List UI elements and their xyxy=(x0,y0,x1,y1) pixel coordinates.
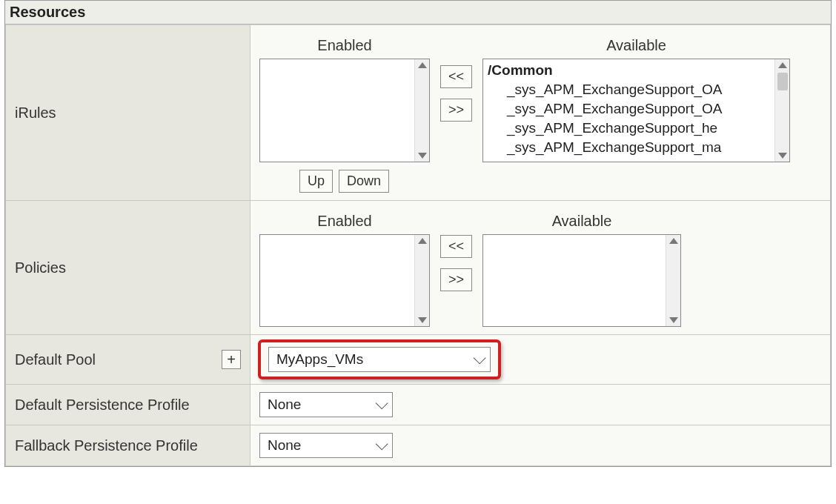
fallback-persistence-label-cell: Fallback Persistence Profile xyxy=(6,425,251,466)
scroll-down-icon[interactable] xyxy=(669,317,678,323)
irules-value-cell: Enabled << >> xyxy=(251,25,831,201)
policies-enabled-inner xyxy=(260,235,414,326)
irules-available-header: Available xyxy=(606,37,666,54)
default-persistence-value-cell: None xyxy=(251,385,831,425)
policies-available-header: Available xyxy=(552,213,612,230)
scroll-down-icon[interactable] xyxy=(418,153,427,159)
irules-available-inner: /Common _sys_APM_ExchangeSupport_OA _sys… xyxy=(483,59,774,162)
default-pool-label-cell: Default Pool + xyxy=(6,335,251,385)
policies-move-left-button[interactable]: << xyxy=(440,235,472,258)
policies-available-column: Available xyxy=(482,213,681,327)
policies-value-cell: Enabled << >> xyxy=(251,201,831,335)
irules-label-cell: iRules xyxy=(6,25,251,201)
default-pool-highlight: MyApps_VMs xyxy=(258,339,501,379)
scroll-up-icon[interactable] xyxy=(778,62,787,68)
policies-mover-buttons: << >> xyxy=(440,235,472,291)
policies-dual-list: Enabled << >> xyxy=(259,208,821,327)
scrollbar[interactable] xyxy=(414,59,429,162)
irules-mover-buttons: << >> xyxy=(440,65,472,122)
irules-available-listbox[interactable]: /Common _sys_APM_ExchangeSupport_OA _sys… xyxy=(482,59,790,162)
default-pool-add-button[interactable]: + xyxy=(222,350,241,369)
policies-label: Policies xyxy=(15,259,66,276)
default-pool-select[interactable]: MyApps_VMs xyxy=(268,347,491,372)
irules-dual-list: Enabled << >> xyxy=(259,33,821,162)
policies-label-cell: Policies xyxy=(6,201,251,335)
default-persistence-select[interactable]: None xyxy=(259,392,393,417)
policies-enabled-header: Enabled xyxy=(317,213,371,230)
scroll-up-icon[interactable] xyxy=(418,62,427,68)
resources-panel: Resources iRules Enabled xyxy=(4,0,832,467)
scrollbar[interactable] xyxy=(666,235,680,326)
fallback-persistence-select[interactable]: None xyxy=(259,433,393,458)
fallback-persistence-select-value: None xyxy=(268,437,301,454)
irules-reorder-buttons: Up Down xyxy=(299,170,821,193)
scroll-down-icon[interactable] xyxy=(778,153,787,159)
list-item[interactable]: _sys_APM_ExchangeSupport_he xyxy=(486,119,772,138)
chevron-down-icon xyxy=(474,351,486,364)
resources-table: iRules Enabled xyxy=(5,24,831,466)
default-pool-select-value: MyApps_VMs xyxy=(276,351,363,368)
policies-enabled-listbox[interactable] xyxy=(259,234,430,327)
irules-available-column: Available /Common _sys_APM_ExchangeSuppo… xyxy=(482,37,790,162)
irules-enabled-header: Enabled xyxy=(317,37,371,54)
scrollbar[interactable] xyxy=(414,235,429,326)
fallback-persistence-value-cell: None xyxy=(251,425,831,466)
row-fallback-persistence: Fallback Persistence Profile None xyxy=(6,425,831,466)
irules-enabled-column: Enabled xyxy=(259,37,430,162)
irules-enabled-listbox[interactable] xyxy=(259,59,430,162)
irules-move-right-button[interactable]: >> xyxy=(440,99,472,122)
chevron-down-icon xyxy=(376,397,388,409)
list-item[interactable]: _sys_APM_ExchangeSupport_ma xyxy=(486,138,772,157)
default-persistence-label: Default Persistence Profile xyxy=(15,397,190,413)
policies-enabled-column: Enabled xyxy=(259,213,430,327)
fallback-persistence-label: Fallback Persistence Profile xyxy=(15,437,198,454)
irules-label: iRules xyxy=(15,105,56,121)
scroll-down-icon[interactable] xyxy=(418,317,427,323)
row-default-persistence: Default Persistence Profile None xyxy=(6,385,831,425)
policies-available-inner xyxy=(483,235,666,326)
irules-down-button[interactable]: Down xyxy=(339,170,389,193)
row-policies: Policies Enabled xyxy=(6,201,831,335)
default-pool-value-cell: MyApps_VMs xyxy=(251,335,831,385)
panel-title: Resources xyxy=(5,1,831,24)
scroll-thumb[interactable] xyxy=(777,73,788,90)
list-item[interactable]: _sys_APM_ExchangeSupport_OA xyxy=(486,80,772,99)
scrollbar[interactable] xyxy=(774,59,789,162)
policies-move-right-button[interactable]: >> xyxy=(440,268,472,291)
list-group-header[interactable]: /Common xyxy=(486,61,772,80)
default-persistence-select-value: None xyxy=(268,397,301,413)
irules-up-button[interactable]: Up xyxy=(299,170,333,193)
scroll-up-icon[interactable] xyxy=(669,238,678,244)
row-default-pool: Default Pool + MyApps_VMs xyxy=(6,335,831,385)
irules-enabled-inner xyxy=(260,59,414,162)
row-irules: iRules Enabled xyxy=(6,25,831,201)
policies-available-listbox[interactable] xyxy=(482,234,681,327)
irules-move-left-button[interactable]: << xyxy=(440,65,472,88)
default-pool-label: Default Pool xyxy=(15,351,96,368)
list-item[interactable]: _sys_APM_ExchangeSupport_OA xyxy=(486,99,772,119)
scroll-up-icon[interactable] xyxy=(418,238,427,244)
chevron-down-icon xyxy=(376,437,388,450)
default-persistence-label-cell: Default Persistence Profile xyxy=(6,385,251,425)
